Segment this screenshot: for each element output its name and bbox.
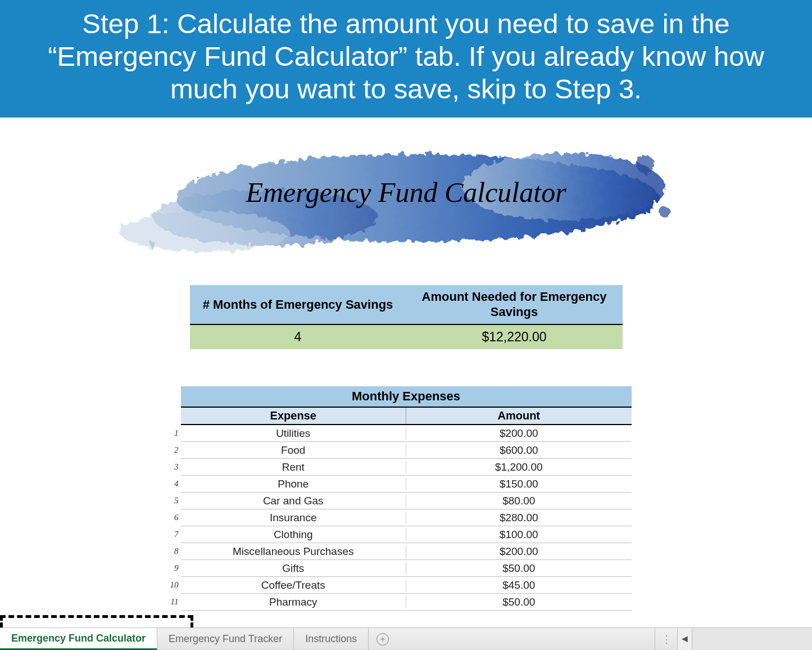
- expense-amount-cell[interactable]: $200.00: [406, 427, 632, 440]
- expenses-subheader: Expense Amount: [181, 408, 632, 425]
- expense-name-cell[interactable]: Food: [181, 444, 407, 457]
- table-row[interactable]: 11Pharmacy$50.00: [181, 594, 632, 611]
- table-row[interactable]: 10Coffee/Treats$45.00: [181, 577, 632, 594]
- expense-amount-cell[interactable]: $80.00: [406, 495, 632, 507]
- sheet-tab-instructions[interactable]: Instructions: [294, 628, 369, 650]
- expense-name-cell[interactable]: Clothing: [181, 529, 407, 541]
- svg-point-3: [120, 211, 288, 252]
- svg-point-5: [659, 206, 670, 218]
- row-number: 2: [163, 445, 179, 455]
- expense-name-cell[interactable]: Miscellaneous Purchases: [181, 545, 407, 558]
- brush-header: Emergency Fund Calculator: [0, 133, 812, 285]
- plus-icon: +: [376, 633, 389, 646]
- table-row[interactable]: 1Utilities$200.00: [181, 425, 632, 442]
- expense-name-cell[interactable]: Rent: [181, 461, 407, 473]
- monthly-expenses-table: Monthly Expenses Expense Amount 1Utiliti…: [181, 386, 632, 611]
- expense-name-cell[interactable]: Utilities: [181, 427, 407, 440]
- row-number: 3: [163, 462, 179, 472]
- expense-amount-cell[interactable]: $200.00: [406, 545, 632, 558]
- expenses-col-amount-header: Amount: [406, 408, 632, 424]
- expense-name-cell[interactable]: Pharmacy: [181, 596, 407, 608]
- expense-amount-cell[interactable]: $1,200.00: [406, 461, 632, 473]
- expense-amount-cell[interactable]: $50.00: [406, 596, 632, 608]
- expense-name-cell[interactable]: Insurance: [181, 512, 407, 524]
- summary-col-months-header: # Months of Emergency Savings: [190, 285, 406, 324]
- expense-name-cell[interactable]: Gifts: [181, 562, 407, 575]
- expenses-col-expense-header: Expense: [181, 408, 407, 424]
- row-number: 6: [163, 513, 179, 522]
- expense-name-cell[interactable]: Phone: [181, 478, 407, 490]
- expense-amount-cell[interactable]: $100.00: [406, 529, 632, 541]
- table-row[interactable]: 5Car and Gas$80.00: [181, 493, 632, 509]
- row-number: 10: [163, 580, 179, 590]
- table-row[interactable]: 9Gifts$50.00: [181, 560, 632, 577]
- row-number: 7: [163, 530, 179, 539]
- summary-months-value[interactable]: 4: [190, 324, 406, 349]
- sheet-tab-emergency-fund-tracker[interactable]: Emergency Fund Tracker: [157, 628, 294, 650]
- sheet-tab-bar: Emergency Fund CalculatorEmergency Fund …: [0, 628, 812, 650]
- row-number: 11: [163, 597, 179, 607]
- expense-name-cell[interactable]: Car and Gas: [181, 495, 407, 507]
- horizontal-scrollbar[interactable]: ◄: [677, 628, 812, 650]
- add-sheet-button[interactable]: +: [369, 628, 397, 650]
- row-number: 5: [163, 496, 179, 505]
- expense-amount-cell[interactable]: $45.00: [406, 579, 632, 592]
- table-row[interactable]: 8Miscellaneous Purchases$200.00: [181, 543, 632, 560]
- expense-amount-cell[interactable]: $280.00: [406, 512, 632, 524]
- step-instruction-text: Step 1: Calculate the amount you need to…: [48, 8, 764, 104]
- tab-options-icon[interactable]: ⋮: [655, 628, 677, 650]
- expense-amount-cell[interactable]: $150.00: [406, 478, 632, 490]
- expense-amount-cell[interactable]: $600.00: [406, 444, 632, 457]
- svg-point-4: [636, 155, 654, 173]
- table-row[interactable]: 2Food$600.00: [181, 442, 632, 459]
- table-row[interactable]: 7Clothing$100.00: [181, 526, 632, 543]
- table-row[interactable]: 4Phone$150.00: [181, 476, 632, 493]
- brush-title-text: Emergency Fund Calculator: [246, 176, 566, 209]
- row-number: 9: [163, 563, 179, 573]
- svg-point-6: [150, 242, 157, 249]
- sheet-tab-emergency-fund-calculator[interactable]: Emergency Fund Calculator: [0, 628, 157, 650]
- row-number: 8: [163, 547, 179, 556]
- scroll-left-icon[interactable]: ◄: [678, 628, 692, 650]
- scroll-track[interactable]: [692, 628, 812, 650]
- expense-amount-cell[interactable]: $50.00: [406, 562, 632, 575]
- row-number: 1: [163, 428, 179, 438]
- expense-name-cell[interactable]: Coffee/Treats: [181, 579, 407, 592]
- row-number: 4: [163, 479, 179, 489]
- expenses-title: Monthly Expenses: [181, 386, 632, 408]
- savings-summary-table: # Months of Emergency Savings Amount Nee…: [190, 285, 623, 349]
- table-row[interactable]: 6Insurance$280.00: [181, 509, 632, 526]
- summary-amount-value: $12,220.00: [406, 324, 623, 349]
- table-row[interactable]: 3Rent$1,200.00: [181, 459, 632, 476]
- step-instruction-banner: Step 1: Calculate the amount you need to…: [0, 0, 812, 118]
- summary-col-amount-header: Amount Needed for Emergency Savings: [406, 285, 623, 324]
